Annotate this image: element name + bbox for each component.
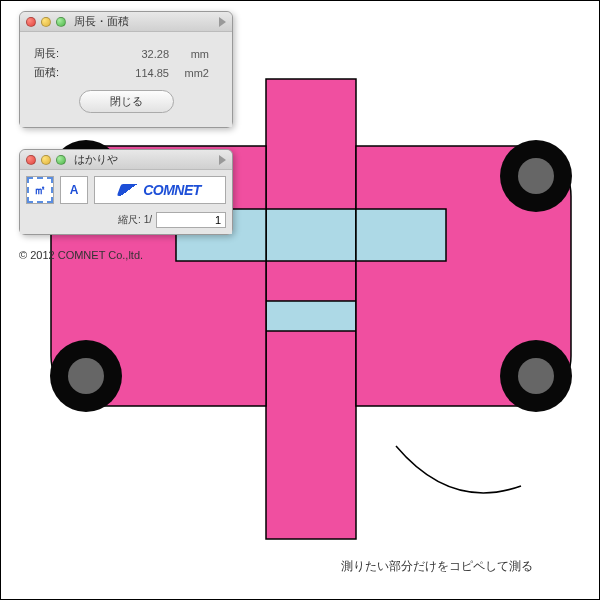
svg-rect-1 (266, 209, 356, 261)
svg-point-10 (518, 158, 554, 194)
scale-input[interactable] (156, 212, 226, 228)
perimeter-label: 周長: (34, 46, 89, 61)
window-controls[interactable] (26, 155, 66, 165)
scale-row: 縮尺: 1/ (20, 210, 232, 234)
svg-point-8 (68, 358, 104, 394)
panel-title: はかりや (74, 152, 219, 167)
area-unit: mm2 (169, 67, 209, 79)
svg-point-12 (518, 358, 554, 394)
minimize-icon[interactable] (41, 17, 51, 27)
measure-area-tool[interactable]: ㎡ (26, 176, 54, 204)
caption-text: 測りたい部分だけをコピペして測る (341, 558, 533, 575)
measure-text-tool[interactable]: A (60, 176, 88, 204)
panel-titlebar[interactable]: はかりや (20, 150, 232, 170)
zoom-icon[interactable] (56, 17, 66, 27)
minimize-icon[interactable] (41, 155, 51, 165)
zoom-icon[interactable] (56, 155, 66, 165)
panel-titlebar[interactable]: 周長・面積 (20, 12, 232, 32)
close-icon[interactable] (26, 155, 36, 165)
close-icon[interactable] (26, 17, 36, 27)
svg-rect-2 (266, 301, 356, 331)
svg-rect-4 (356, 209, 446, 261)
close-button[interactable]: 閉じる (79, 90, 174, 113)
logo-swoosh-icon (117, 184, 141, 196)
panel-title: 周長・面積 (74, 14, 219, 29)
area-label: 面積: (34, 65, 89, 80)
window-controls[interactable] (26, 17, 66, 27)
comnet-logo: COMNET (94, 176, 226, 204)
chevron-right-icon[interactable] (219, 17, 226, 27)
hakariya-panel: はかりや ㎡ A COMNET 縮尺: 1/ (19, 149, 233, 235)
area-value: 114.85 (89, 67, 169, 79)
perimeter-row: 周長: 32.28 mm (34, 46, 218, 61)
chevron-right-icon[interactable] (219, 155, 226, 165)
scale-label: 縮尺: 1/ (118, 213, 152, 227)
area-row: 面積: 114.85 mm2 (34, 65, 218, 80)
measurement-panel: 周長・面積 周長: 32.28 mm 面積: 114.85 mm2 閉じる (19, 11, 233, 128)
perimeter-value: 32.28 (89, 48, 169, 60)
copyright-text: © 2012 COMNET Co.,ltd. (19, 249, 143, 261)
perimeter-unit: mm (169, 48, 209, 60)
